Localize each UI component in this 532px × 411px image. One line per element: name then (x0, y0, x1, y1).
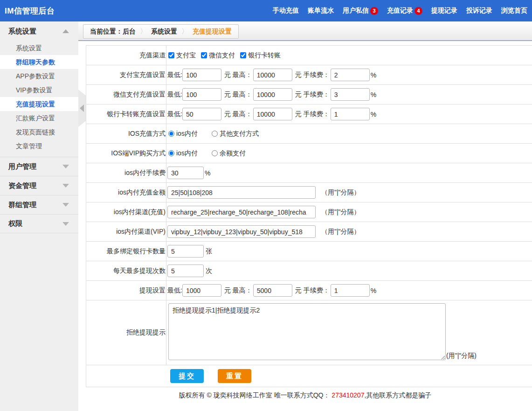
ios-channel-recharge-input[interactable] (167, 206, 316, 218)
field-label: 银行卡转账充值设置 (86, 104, 166, 124)
field-label: 最多绑定银行卡数量 (86, 242, 166, 261)
form-row-ios-channel-vip: ios内付渠道(VIP) （用"|"分隔） (86, 222, 532, 242)
unit-label: 张 (206, 247, 212, 256)
radio-vip-balance-input[interactable] (212, 150, 218, 156)
breadcrumb-section[interactable]: 系统设置 (151, 28, 177, 36)
checkbox-label: 支付宝 (176, 51, 196, 60)
fee-label: 元 手续费： (295, 110, 330, 118)
nav-bill-flow[interactable]: 账单流水 (308, 7, 334, 15)
ios-channel-vip-input[interactable] (167, 225, 316, 238)
checkbox-wechat-input[interactable] (201, 52, 207, 58)
recharge-count-badge: 4 (415, 7, 422, 15)
max-label: 元 最高： (224, 91, 252, 99)
checkbox-alipay[interactable]: 支付宝 (168, 51, 196, 60)
field-label: ios内付充值金额 (86, 183, 166, 202)
form-row-withdraw-settings: 提现设置 最低: 元 最高： 元 手续费： % (86, 281, 532, 300)
sidebar-item-group-chat-params[interactable]: 群组聊天参数 (0, 55, 78, 69)
breadcrumb-separator-icon: 〉 (181, 27, 188, 36)
field-label: 微信支付充值设置 (86, 85, 166, 104)
min-label: 最低: (167, 110, 182, 118)
sidebar-item-recharge-withdraw-settings[interactable]: 充值提现设置 (0, 97, 78, 111)
pipe-separator-hint: (用"|"分隔) (446, 352, 477, 360)
checkbox-wechat[interactable]: 微信支付 (201, 51, 235, 60)
nav-complaint-records[interactable]: 投诉记录 (466, 7, 492, 15)
checkbox-label: 微信支付 (209, 51, 235, 60)
nav-manual-recharge[interactable]: 手动充值 (273, 7, 299, 15)
form-row-max-withdraws: 每天最多提现次数 次 (86, 261, 532, 281)
alipay-max-input[interactable] (253, 69, 292, 81)
radio-ios-inapp[interactable]: ios内付 (168, 130, 198, 138)
top-nav: 手动充值 账单流水 用户私信 3 充值记录 4 提现记录 投诉记录 浏览首页 (273, 7, 527, 15)
sidebar-group-system-settings[interactable]: 系统设置 (0, 21, 78, 41)
field-label: 每天最多提现次数 (86, 261, 166, 280)
sidebar-collapse-handle[interactable] (78, 90, 86, 127)
alipay-fee-input[interactable] (331, 69, 370, 81)
field-label: ios内付手续费 (86, 163, 166, 182)
checkbox-bankcard-input[interactable] (240, 52, 246, 58)
min-label: 最低: (167, 91, 182, 99)
withdraw-fee-input[interactable] (331, 284, 370, 297)
checkbox-alipay-input[interactable] (168, 52, 174, 58)
sidebar-item-vip-params[interactable]: VIP参数设置 (0, 83, 78, 97)
sidebar-item-system-settings[interactable]: 系统设置 (0, 41, 78, 55)
radio-ios-other-input[interactable] (212, 131, 218, 137)
top-header: IM信管理后台 手动充值 账单流水 用户私信 3 充值记录 4 提现记录 投诉记… (0, 0, 532, 21)
ios-fee-input[interactable] (167, 167, 204, 179)
chevron-up-icon (62, 29, 69, 33)
checkbox-bankcard[interactable]: 银行卡转账 (240, 51, 281, 60)
reset-button[interactable]: 重置 (218, 369, 251, 383)
breadcrumb-location: 当前位置：后台 (90, 28, 136, 36)
sidebar-item-remittance-account[interactable]: 汇款账户设置 (0, 111, 78, 125)
radio-ios-other[interactable]: 其他支付方式 (212, 130, 259, 138)
radio-ios-inapp-input[interactable] (168, 131, 174, 137)
sidebar-group-permissions[interactable]: 权限 (0, 214, 78, 233)
field-label: 拒绝提现提示 (86, 300, 166, 365)
nav-withdraw-records[interactable]: 提现记录 (431, 7, 457, 15)
nav-browse-home[interactable]: 浏览首页 (501, 7, 527, 15)
radio-vip-inapp[interactable]: ios内付 (168, 149, 198, 158)
nav-label: 充值记录 (387, 7, 413, 15)
ios-amounts-input[interactable] (167, 186, 316, 199)
alipay-min-input[interactable] (182, 69, 221, 81)
percent-label: % (371, 91, 376, 98)
withdraw-min-input[interactable] (182, 284, 221, 297)
nav-recharge-records[interactable]: 充值记录 4 (387, 7, 422, 15)
sidebar-group-group-management[interactable]: 群组管理 (0, 195, 78, 214)
breadcrumb-separator-icon: 〉 (140, 27, 147, 36)
nav-label: 投诉记录 (466, 7, 492, 15)
radio-label: 余额支付 (220, 149, 246, 158)
max-withdraw-times-input[interactable] (167, 265, 204, 277)
settings-form: 充值渠道 支付宝 微信支付 银行卡转账 (86, 45, 532, 387)
max-label: 元 最高： (224, 110, 252, 118)
max-label: 元 最高： (224, 71, 252, 79)
sidebar-group-funds-management[interactable]: 资金管理 (0, 176, 78, 195)
wechat-fee-input[interactable] (331, 88, 370, 101)
bankcard-min-input[interactable] (182, 108, 221, 120)
nav-label: 手动充值 (273, 7, 299, 15)
radio-vip-inapp-input[interactable] (168, 150, 174, 156)
sidebar-item-app-params[interactable]: APP参数设置 (0, 69, 78, 83)
sidebar-item-discover-links[interactable]: 发现页面链接 (0, 125, 78, 139)
submit-button[interactable]: 提交 (170, 369, 204, 383)
footer-copyright: 版权所有 © 珑奕科技网络工作室 唯一联系方式QQ： 273410207,其他联… (78, 391, 532, 400)
nav-label: 提现记录 (431, 7, 457, 15)
nav-user-messages[interactable]: 用户私信 3 (343, 7, 378, 15)
group-label: 权限 (8, 219, 22, 228)
bankcard-fee-input[interactable] (331, 108, 370, 120)
max-cards-input[interactable] (167, 245, 204, 258)
wechat-min-input[interactable] (182, 88, 221, 101)
bankcard-max-input[interactable] (253, 108, 292, 120)
field-label: ios内付渠道(VIP) (86, 222, 166, 241)
form-row-alipay-settings: 支付宝充值设置 最低: 元 最高： 元 手续费： % (86, 65, 532, 85)
percent-label: % (371, 71, 376, 79)
sidebar-item-article-management[interactable]: 文章管理 (0, 139, 78, 153)
chevron-down-icon (62, 203, 69, 207)
reject-tips-textarea[interactable]: 拒绝提现提示1|拒绝提现提示2 (168, 303, 446, 360)
withdraw-max-input[interactable] (253, 284, 292, 297)
radio-vip-balance[interactable]: 余额支付 (212, 149, 246, 158)
wechat-max-input[interactable] (253, 88, 292, 101)
sidebar-group-user-management[interactable]: 用户管理 (0, 157, 78, 176)
form-row-ios-fee: ios内付手续费 % (86, 163, 532, 183)
app-title: IM信管理后台 (5, 6, 55, 16)
radio-label: 其他支付方式 (220, 130, 259, 138)
